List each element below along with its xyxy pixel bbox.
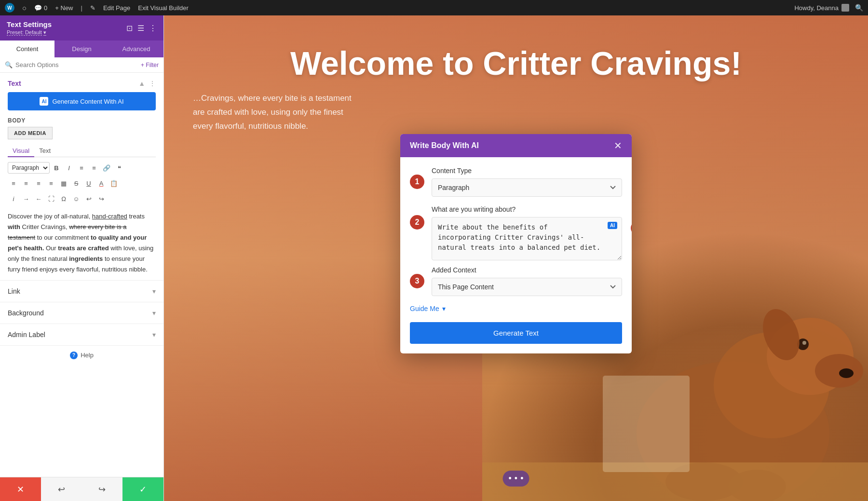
editor-toolbar-row1: Paragraph B I ≡ ≡ 🔗 ❝ (0, 160, 163, 176)
sidebar-title: Text Settings (7, 20, 52, 28)
added-context-group: 3 Added Context This Page Content No Con… (410, 266, 622, 296)
tab-advanced[interactable]: Advanced (109, 41, 163, 57)
content-type-label: Content Type (432, 167, 622, 175)
wp-logo[interactable]: W (5, 3, 14, 13)
modal-footer: Generate Text (400, 322, 632, 353)
modal-body: 1 Content Type Paragraph Bullet List Num… (400, 157, 632, 322)
step3-badge: 3 (410, 274, 424, 288)
filter-btn[interactable]: + Filter (141, 62, 159, 68)
howdy-section: Howdy, Deanna (794, 4, 849, 12)
redo-editor-btn[interactable]: ↪ (95, 193, 107, 204)
ring-icon[interactable]: ○ (22, 4, 27, 12)
underline-btn[interactable]: U (83, 177, 95, 189)
ai-modal: Write Body With AI ✕ 1 Content Type Para… (400, 134, 632, 353)
fullscreen-btn[interactable]: ⛶ (45, 193, 57, 204)
bold-btn[interactable]: B (51, 162, 62, 174)
editor-tab-text[interactable]: Text (34, 145, 55, 157)
search-options-input[interactable] (15, 61, 138, 68)
italic-btn[interactable]: I (63, 162, 75, 174)
modal-header: Write Body With AI ✕ (400, 134, 632, 157)
help-bar: ? Help (0, 345, 163, 365)
guide-me-link[interactable]: Guide Me ▾ (410, 305, 622, 312)
sidebar-search-bar: 🔍 + Filter (0, 57, 163, 73)
link-label: Link (8, 287, 20, 295)
generate-ai-btn[interactable]: AI Generate Content With AI (8, 92, 156, 110)
align-left-btn[interactable]: ≡ (8, 177, 19, 189)
paragraph-select[interactable]: Paragraph (8, 162, 50, 174)
help-label: Help (81, 352, 94, 359)
content-type-group: 1 Content Type Paragraph Bullet List Num… (410, 167, 622, 197)
comment-count[interactable]: 💬 0 (34, 4, 47, 12)
added-context-select[interactable]: This Page Content No Context Custom Cont… (432, 278, 622, 296)
strikethrough-btn[interactable]: S (70, 177, 82, 189)
italic2-btn[interactable]: i (8, 193, 19, 204)
exit-builder-btn[interactable]: Exit Visual Builder (138, 4, 189, 12)
editor-toolbar-row3: i → ← ⛶ Ω ☺ ↩ ↪ (0, 191, 163, 206)
writing-about-textarea[interactable]: Write about the benefits of incorporatin… (432, 217, 622, 260)
sidebar-preset[interactable]: Preset: Default ▾ (7, 29, 52, 36)
cancel-btn[interactable]: ✕ (0, 477, 41, 501)
table-btn[interactable]: ▦ (58, 177, 69, 189)
indent-in-btn[interactable]: → (20, 193, 32, 204)
omega-btn[interactable]: Ω (58, 193, 69, 204)
more-icon[interactable]: ⋮ (149, 24, 157, 33)
desktop-icon[interactable]: ⊡ (126, 24, 133, 33)
admin-search-icon[interactable]: 🔍 (855, 4, 863, 12)
content-type-select[interactable]: Paragraph Bullet List Numbered List Head… (432, 178, 622, 197)
step1-badge: 1 (410, 175, 424, 189)
editor-tab-visual[interactable]: Visual (8, 145, 34, 157)
tab-design[interactable]: Design (54, 41, 109, 57)
howdy-text: Howdy, Deanna (794, 4, 839, 12)
link-btn[interactable]: 🔗 (101, 162, 112, 174)
help-btn[interactable]: ? Help (70, 352, 94, 359)
tab-content[interactable]: Content (0, 41, 54, 57)
search-icon: 🔍 (5, 61, 13, 68)
sidebar: Text Settings Preset: Default ▾ ⊡ ☰ ⋮ Co… (0, 15, 164, 501)
blockquote-btn[interactable]: ❝ (113, 162, 125, 174)
align-right-btn[interactable]: ≡ (33, 177, 44, 189)
align-center-btn[interactable]: ≡ (20, 177, 32, 189)
undo-btn[interactable]: ↩ (41, 477, 82, 501)
edit-page-icon: ✎ (90, 4, 95, 12)
editor-body-text[interactable]: Discover the joy of all-natural, hand-cr… (0, 206, 163, 280)
ol-btn[interactable]: ≡ (88, 162, 100, 174)
modal-close-btn[interactable]: ✕ (614, 141, 622, 150)
save-btn[interactable]: ✓ (122, 477, 163, 501)
align-justify-btn[interactable]: ≡ (45, 177, 57, 189)
added-context-label: Added Context (432, 266, 622, 274)
step2-badge: 2 (410, 215, 424, 230)
textarea-ai-badge: AI (608, 222, 617, 229)
paste-text-btn[interactable]: 📋 (108, 177, 120, 189)
text-color-btn[interactable]: A (95, 177, 107, 189)
writing-about-group: 2 What are you writing about? Write abou… (410, 205, 622, 262)
ai-icon: AI (40, 97, 48, 106)
background-section[interactable]: Background ▾ (0, 302, 163, 324)
sidebar-content: Text ▲ ⋮ AI Generate Content With AI Bod… (0, 73, 163, 501)
admin-label-text: Admin Label (8, 331, 45, 339)
undo-editor-btn[interactable]: ↩ (83, 193, 95, 204)
indent-out-btn[interactable]: ← (33, 193, 44, 204)
sidebar-tabs: Content Design Advanced (0, 41, 163, 57)
editor-toolbar-row2: ≡ ≡ ≡ ≡ ▦ S U A 📋 (0, 176, 163, 191)
emoji-btn[interactable]: ☺ (70, 193, 82, 204)
sidebar-header-icons: ⊡ ☰ ⋮ (126, 24, 157, 33)
redo-btn[interactable]: ↪ (82, 477, 123, 501)
separator: | (81, 4, 82, 12)
new-btn[interactable]: + New (55, 4, 73, 12)
edit-page-btn[interactable]: Edit Page (103, 4, 130, 12)
add-media-btn[interactable]: ADD MEDIA (8, 127, 53, 139)
link-section[interactable]: Link ▾ (0, 280, 163, 302)
layout-icon[interactable]: ☰ (137, 24, 144, 33)
textarea-wrapper: Write about the benefits of incorporatin… (432, 217, 622, 262)
collapse-icon[interactable]: ▲ (138, 80, 145, 87)
admin-label-section[interactable]: Admin Label ▾ (0, 324, 163, 345)
step2-wrapper: 2 What are you writing about? Write abou… (432, 205, 622, 262)
text-section-title: Text (8, 80, 21, 87)
main-area: Text Settings Preset: Default ▾ ⊡ ☰ ⋮ Co… (0, 15, 868, 501)
ul-btn[interactable]: ≡ (76, 162, 87, 174)
generate-text-btn[interactable]: Generate Text (410, 322, 622, 344)
text-section-header[interactable]: Text ▲ ⋮ (0, 73, 163, 92)
sidebar-header: Text Settings Preset: Default ▾ ⊡ ☰ ⋮ (0, 15, 163, 41)
section-more-icon[interactable]: ⋮ (149, 80, 156, 87)
bottom-action-bar: ✕ ↩ ↪ ✓ (0, 477, 163, 501)
